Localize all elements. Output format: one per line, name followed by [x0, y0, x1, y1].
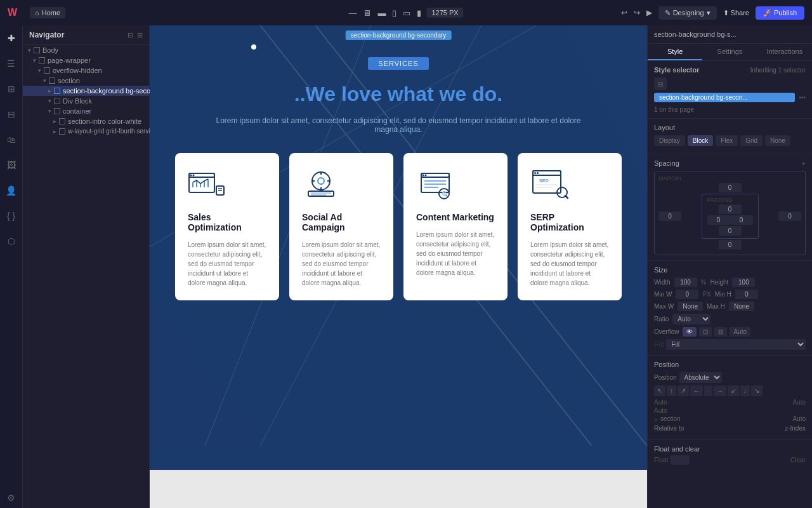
- ratio-row: Ratio Auto: [654, 314, 806, 324]
- tree-item-overflow-hidden[interactable]: ▾ overflow-hidden: [23, 65, 149, 76]
- max-h-input[interactable]: [729, 302, 754, 311]
- social-icon: [302, 168, 340, 200]
- tree-item-div-block[interactable]: ▾ Div Block: [23, 96, 149, 106]
- float-input[interactable]: [671, 455, 690, 465]
- chevron-icon: ▾: [48, 108, 51, 114]
- margin-bottom-input[interactable]: [719, 240, 742, 250]
- padding-top-input[interactable]: [719, 204, 742, 214]
- align-br-btn[interactable]: ↘: [751, 385, 763, 396]
- desktop-icon[interactable]: 🖥: [363, 8, 371, 18]
- tab-interactions[interactable]: Interactions: [757, 44, 812, 60]
- ratio-select[interactable]: Auto: [672, 314, 710, 324]
- auto-label-3: Auto: [654, 407, 667, 414]
- none-btn[interactable]: None: [765, 135, 790, 146]
- users-icon[interactable]: 👤: [3, 183, 19, 198]
- minus-icon[interactable]: —: [348, 8, 357, 18]
- more-icon[interactable]: •••: [799, 94, 806, 101]
- add-icon[interactable]: ✚: [5, 30, 18, 46]
- overflow-hidden-btn[interactable]: ⊟: [714, 327, 727, 337]
- min-h-input[interactable]: [735, 290, 758, 299]
- tablet-landscape-icon[interactable]: ▬: [377, 8, 386, 18]
- tab-style[interactable]: Style: [648, 44, 702, 60]
- tree-item-service-grid[interactable]: ▸ w-layout-grid grid-fourth service-grid: [23, 126, 149, 136]
- logic-icon[interactable]: ⬡: [5, 234, 18, 249]
- style-selector-row: section-background bg-secon... •••: [654, 93, 806, 102]
- card-content-marketing[interactable]: 🔍 Content Marketing Lorem ipsum dolor si…: [403, 153, 508, 300]
- logo: W: [8, 7, 17, 18]
- fill-select[interactable]: Fill: [666, 339, 806, 350]
- margin-left-input[interactable]: [658, 211, 681, 221]
- display-btn[interactable]: Display: [654, 135, 685, 146]
- rocket-icon: 🚀: [763, 9, 772, 17]
- card-social-ad[interactable]: Social Ad Campaign Lorem ipsum dolor sit…: [289, 153, 393, 300]
- padding-left-input[interactable]: [707, 215, 730, 225]
- overflow-visible-btn[interactable]: 👁: [683, 327, 697, 337]
- padding-right-input[interactable]: [730, 215, 753, 225]
- redo-icon[interactable]: ↪: [634, 8, 640, 17]
- navigator-header: Navigator ⊟ ⊞: [23, 25, 149, 45]
- chevron-icon: ▸: [48, 88, 51, 94]
- mobile-landscape-icon[interactable]: ▭: [403, 8, 410, 18]
- tree-label-page-wrapper: page-wrapper: [48, 57, 91, 64]
- position-select[interactable]: Absolute: [679, 372, 722, 383]
- tablet-portrait-icon[interactable]: ▯: [392, 8, 396, 18]
- assets-icon[interactable]: 🖼: [4, 157, 18, 173]
- height-input[interactable]: [732, 277, 755, 287]
- tree-item-page-wrapper[interactable]: ▾ page-wrapper: [23, 55, 149, 65]
- expand-icon[interactable]: ⊞: [137, 31, 143, 39]
- grid-btn[interactable]: Grid: [740, 135, 763, 146]
- pages-icon[interactable]: ⊞: [5, 81, 18, 97]
- layout-section: Layout Display Block Flex Grid None: [648, 119, 812, 154]
- tree-label-section-intro: section-intro color-white: [68, 117, 141, 125]
- share-button[interactable]: ⬆ Share: [723, 9, 749, 17]
- spacing-plus-icon[interactable]: +: [802, 159, 806, 167]
- align-tr-btn[interactable]: ↗: [678, 385, 689, 396]
- inheriting-label: Inheriting 1 selector: [750, 67, 806, 74]
- spacing-box: MARGIN PADDING: [654, 171, 806, 255]
- element-name-label: section-background bg-s...: [654, 30, 737, 38]
- tree-item-body[interactable]: ▾ Body: [23, 45, 149, 55]
- tree-item-section[interactable]: ▾ section: [23, 76, 149, 86]
- home-button[interactable]: ⌂ Home: [30, 7, 65, 18]
- margin-right-input[interactable]: [778, 211, 801, 221]
- align-ml-btn[interactable]: ←: [690, 385, 703, 396]
- style-tag[interactable]: section-background bg-secon...: [654, 93, 795, 102]
- undo-icon[interactable]: ↩: [621, 8, 627, 17]
- align-mc-btn[interactable]: ·: [704, 385, 712, 396]
- tree-item-section-background[interactable]: ▸ section-background bg-secondary: [23, 86, 149, 96]
- flex-btn[interactable]: Flex: [716, 135, 738, 146]
- page-wrapper-box-icon: [39, 57, 45, 64]
- width-input[interactable]: [674, 277, 697, 287]
- align-mr-btn[interactable]: →: [714, 385, 726, 396]
- code-icon[interactable]: { }: [4, 208, 18, 224]
- ecommerce-icon[interactable]: 🛍: [4, 132, 18, 147]
- preview-icon[interactable]: ▶: [646, 8, 652, 17]
- align-bl-btn[interactable]: ↙: [728, 385, 739, 396]
- tab-settings[interactable]: Settings: [702, 44, 757, 60]
- mobile-portrait-icon[interactable]: ▮: [417, 8, 421, 18]
- tree-item-container[interactable]: ▾ container: [23, 106, 149, 116]
- card-serp-optimization[interactable]: SEO SERP Optimization Lorem ipsum dolor …: [518, 153, 622, 300]
- align-bc-btn[interactable]: ↓: [740, 385, 750, 396]
- canvas-element-label: section-background bg-secondary: [346, 30, 452, 40]
- overflow-auto-btn[interactable]: Auto: [730, 327, 750, 337]
- max-w-input[interactable]: [678, 302, 703, 311]
- navigator-icon[interactable]: ☰: [4, 56, 18, 71]
- tree-item-section-intro[interactable]: ▸ section-intro color-white: [23, 116, 149, 126]
- canvas-content[interactable]: SERVICES ..We love what we do. Lorem ips…: [150, 25, 647, 508]
- block-btn[interactable]: Block: [688, 135, 713, 146]
- margin-top-input[interactable]: [719, 183, 742, 192]
- overflow-scroll-btn[interactable]: ⊡: [699, 327, 712, 337]
- cms-icon[interactable]: ⊟: [5, 107, 18, 122]
- settings-icon[interactable]: ⚙: [4, 490, 18, 505]
- min-w-input[interactable]: [676, 290, 698, 299]
- padding-bottom-input[interactable]: [719, 226, 742, 236]
- chevron-icon: ▸: [53, 128, 56, 135]
- search-icon[interactable]: ⊟: [128, 31, 133, 39]
- share-icon: ⬆: [723, 9, 729, 17]
- publish-button[interactable]: 🚀 Publish: [756, 6, 804, 20]
- align-tc-btn[interactable]: ↑: [667, 385, 676, 396]
- designing-button[interactable]: ✎ Designing ▾: [658, 6, 717, 20]
- align-tl-btn[interactable]: ↖: [654, 385, 665, 396]
- card-sales-optimization[interactable]: Sales Optimization Lorem ipsum dolor sit…: [175, 153, 279, 300]
